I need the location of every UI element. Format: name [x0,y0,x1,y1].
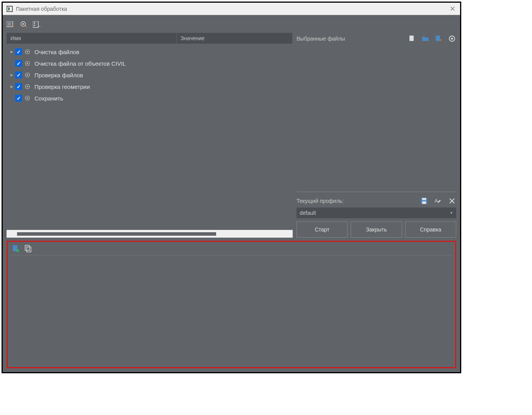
tree-row[interactable]: ▶ Очистка файлов [8,46,291,58]
svg-text:A: A [435,198,438,204]
gear-icon[interactable] [24,72,31,78]
close-button[interactable]: Закрыть [351,221,402,238]
expand-toggle-icon[interactable]: ▶ [8,85,15,88]
svg-point-17 [27,74,28,76]
window-frame: Пакетная обработка ✕ + + − Имя Значение [2,2,461,373]
settings-gear-icon[interactable] [448,34,456,43]
top-toolbar: + + − [7,19,456,33]
start-button[interactable]: Старт [297,221,348,238]
export-log-icon[interactable] [12,244,20,253]
tree-label: Очистка файлов [34,49,79,55]
scrollbar-thumb[interactable] [17,232,216,236]
tree-label: Проверка геометрии [34,83,90,90]
profile-row: Текущий профиль: A [297,194,456,208]
app-icon [7,6,13,12]
svg-rect-8 [33,21,38,27]
window-close-button[interactable]: ✕ [448,5,456,13]
right-panel: Выбранные файлы − − + Текущий профиль: A [297,33,456,238]
file-remove-icon[interactable]: − [408,34,417,43]
svg-text:+: + [25,24,27,29]
delete-profile-icon[interactable] [448,197,456,205]
gear-icon[interactable] [24,95,31,101]
add-list-icon[interactable]: + [7,20,15,29]
svg-text:+: + [12,24,14,28]
svg-point-15 [27,63,28,64]
gear-icon[interactable] [24,83,31,90]
svg-rect-37 [25,245,29,250]
profile-value: default [300,210,316,216]
svg-text:−: − [427,38,429,42]
selected-files-label: Выбранные файлы [297,36,408,42]
column-name[interactable]: Имя [7,33,177,44]
checkbox[interactable] [15,83,22,90]
svg-rect-38 [27,247,31,252]
tree-label: Сохранить [34,95,63,102]
expand-toggle-icon[interactable]: ▶ [8,50,15,54]
svg-text:+: + [439,37,442,42]
main-area: Имя Значение ▶ Очистка файлов Очистка [7,33,456,238]
horizontal-scrollbar[interactable] [7,230,293,238]
selected-files-list[interactable] [297,47,456,192]
svg-point-28 [451,38,453,40]
svg-rect-9 [34,22,35,24]
dropdown-arrow-icon: ▼ [450,211,453,215]
column-value[interactable]: Значение [177,33,293,44]
svg-point-13 [27,51,28,53]
checkbox[interactable] [15,48,22,55]
tree-row[interactable]: Очистка файла от объектов CIVIL [8,58,291,69]
tree-label: Очистка файла от объектов CIVIL [34,60,126,67]
checkbox[interactable] [15,95,22,102]
expand-toggle-icon[interactable]: ▶ [8,73,15,77]
gear-icon[interactable] [24,60,31,66]
svg-rect-30 [422,198,426,200]
gear-add-icon[interactable]: + [20,20,28,29]
svg-point-21 [27,97,28,99]
svg-point-19 [27,86,28,87]
profile-dropdown[interactable]: default ▼ [297,208,456,218]
file-add-icon[interactable]: + [435,34,443,43]
svg-rect-10 [34,25,35,26]
titlebar: Пакетная обработка ✕ [3,3,460,15]
current-profile-label: Текущий профиль: [297,198,420,204]
log-content[interactable] [11,255,452,364]
help-button[interactable]: Справка [405,221,456,238]
tree-row[interactable]: Сохранить [8,92,291,104]
task-tree: ▶ Очистка файлов Очистка файла от объект… [7,44,293,230]
remove-list-icon[interactable]: − [33,20,41,29]
log-panel [7,241,456,368]
svg-point-6 [22,23,24,25]
log-toolbar [8,242,455,255]
tree-row[interactable]: ▶ Проверка файлов [8,69,291,81]
action-buttons: Старт Закрыть Справка [297,221,456,238]
app-body: + + − Имя Значение ▶ Оч [3,15,460,372]
right-panel-header: Выбранные файлы − − + [297,33,456,47]
folder-remove-icon[interactable]: − [421,34,430,43]
svg-text:−: − [413,38,415,42]
left-panel: Имя Значение ▶ Очистка файлов Очистка [7,33,293,238]
file-tools: − − + [408,34,456,43]
svg-text:−: − [38,24,41,28]
checkbox[interactable] [15,71,22,78]
window-title: Пакетная обработка [16,6,448,12]
gear-icon[interactable] [24,49,31,55]
save-profile-icon[interactable] [420,197,428,205]
rename-profile-icon[interactable]: A [434,197,442,205]
tree-row[interactable]: ▶ Проверка геометрии [8,81,291,92]
profile-tools: A [420,197,456,205]
checkbox[interactable] [15,60,22,67]
svg-rect-36 [16,249,19,252]
copy-log-icon[interactable] [24,244,32,253]
svg-rect-31 [422,201,426,204]
column-headers: Имя Значение [7,33,293,44]
tree-label: Проверка файлов [34,72,83,78]
